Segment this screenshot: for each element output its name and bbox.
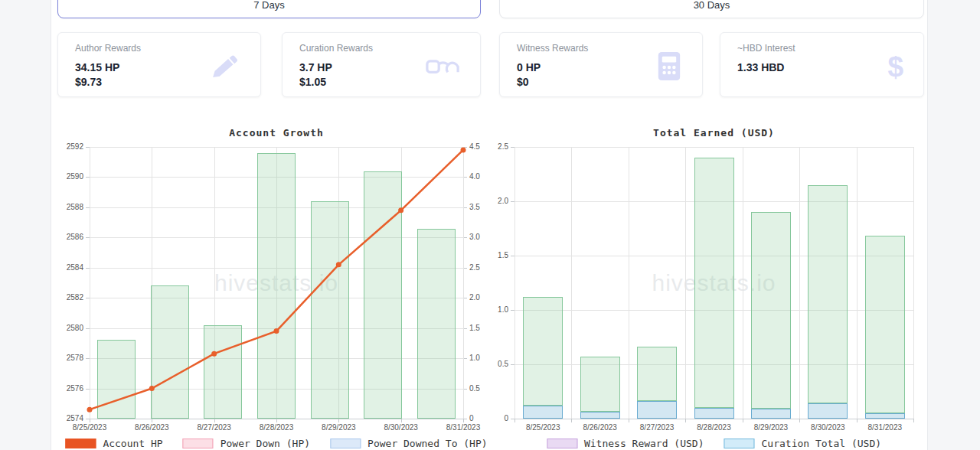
card-label: ~HBD Interest bbox=[737, 43, 906, 54]
grid-line-v bbox=[629, 147, 629, 419]
x-axis-date-label: 8/30/2023 bbox=[811, 423, 845, 432]
y-axis-tick-label: 2580 bbox=[67, 324, 83, 332]
x-axis-date-label: 8/27/2023 bbox=[640, 423, 675, 432]
chart-title: Total Earned (USD) bbox=[653, 127, 775, 139]
y-axis-tick-label: 2578 bbox=[67, 354, 83, 362]
bar[interactable] bbox=[865, 413, 905, 419]
y2-axis-tick-label: 1.0 bbox=[469, 354, 480, 362]
bar[interactable] bbox=[694, 158, 734, 408]
legend-item[interactable]: Account HP bbox=[65, 438, 162, 449]
bar[interactable] bbox=[523, 297, 563, 406]
y-axis-tick-label: 0 bbox=[504, 415, 508, 422]
legend-item[interactable]: Curation Total (USD) bbox=[724, 438, 882, 449]
x-axis-date-label: 8/31/2023 bbox=[868, 423, 903, 432]
bar[interactable] bbox=[580, 412, 620, 419]
y-axis-tick-label: 2586 bbox=[67, 233, 83, 241]
legend-item[interactable]: Witness Reward (USD) bbox=[547, 438, 704, 449]
grid-line-v bbox=[685, 147, 686, 419]
x-axis-date-label: 8/30/2023 bbox=[384, 423, 418, 432]
legend-label: Witness Reward (USD) bbox=[584, 438, 704, 449]
author-rewards-card: Author Rewards 34.15 HP $9.73 bbox=[57, 32, 261, 97]
x-axis-date-label: 8/27/2023 bbox=[197, 423, 231, 432]
bar[interactable] bbox=[580, 357, 620, 412]
grid-line-v bbox=[463, 147, 464, 419]
grid-line-h bbox=[514, 147, 913, 148]
legend-item[interactable]: Power Downed To (HP) bbox=[330, 438, 488, 449]
bar[interactable] bbox=[523, 406, 563, 419]
x-tick-mark bbox=[276, 419, 277, 422]
bar[interactable] bbox=[808, 403, 848, 419]
witness-rewards-card: Witness Rewards 0 HP $0 bbox=[499, 32, 703, 97]
hbd-interest-card: ~HBD Interest 1.33 HBD $ bbox=[720, 32, 924, 97]
legend-item[interactable]: Power Down (HP) bbox=[183, 438, 310, 449]
legend-swatch bbox=[65, 439, 96, 448]
x-tick-mark bbox=[629, 419, 629, 422]
x-axis-date-label: 8/28/2023 bbox=[697, 423, 731, 432]
bar[interactable] bbox=[751, 409, 791, 419]
data-point-marker[interactable] bbox=[149, 386, 155, 391]
card-label: Curation Rewards bbox=[299, 43, 463, 54]
x-tick-mark bbox=[571, 419, 572, 422]
y-axis-tick-label: 1.5 bbox=[498, 252, 508, 259]
legend-label: Account HP bbox=[103, 438, 162, 449]
x-axis-date-label: 8/26/2023 bbox=[135, 423, 169, 432]
grid-line-v bbox=[743, 147, 743, 419]
y-axis-tick-label: 0.5 bbox=[498, 360, 508, 368]
legend-swatch bbox=[183, 439, 214, 448]
grid-line-h bbox=[514, 419, 913, 419]
x-tick-mark bbox=[514, 419, 515, 422]
x-tick-mark bbox=[214, 419, 215, 422]
y2-axis-tick-label: 0 bbox=[469, 415, 474, 422]
x-tick-mark bbox=[338, 419, 339, 422]
dollar-icon: $ bbox=[887, 53, 903, 80]
x-tick-mark bbox=[913, 419, 914, 422]
x-tick-mark bbox=[857, 419, 858, 422]
x-tick-mark bbox=[743, 419, 743, 422]
line-series bbox=[90, 147, 463, 419]
legend-label: Curation Total (USD) bbox=[762, 438, 882, 449]
data-point-marker[interactable] bbox=[87, 407, 93, 412]
x-tick-mark bbox=[799, 419, 800, 422]
grid-line-v bbox=[857, 147, 858, 419]
y-axis-tick-label: 2582 bbox=[67, 294, 83, 302]
y2-axis-tick-label: 3.5 bbox=[469, 204, 480, 211]
data-point-marker[interactable] bbox=[461, 147, 466, 152]
y2-axis-tick-label: 4.5 bbox=[469, 143, 480, 151]
chart-title: Account Growth bbox=[229, 127, 324, 139]
x-axis-date-label: 8/25/2023 bbox=[73, 423, 107, 432]
grid-line-v bbox=[571, 147, 572, 419]
range-7days-button[interactable]: 7 Days bbox=[57, 0, 481, 18]
y2-axis-tick-label: 0.5 bbox=[469, 385, 480, 393]
card-value-hbd: 1.33 HBD bbox=[737, 60, 906, 75]
x-tick-mark bbox=[685, 419, 686, 422]
bar[interactable] bbox=[808, 185, 848, 403]
y-axis-tick-label: 1.0 bbox=[498, 306, 508, 314]
legend-swatch bbox=[724, 439, 755, 448]
y2-axis-tick-label: 4.0 bbox=[469, 173, 480, 181]
bar[interactable] bbox=[637, 401, 677, 419]
bar[interactable] bbox=[694, 408, 734, 419]
data-point-marker[interactable] bbox=[211, 351, 217, 357]
x-axis-date-label: 8/26/2023 bbox=[583, 423, 617, 432]
bar[interactable] bbox=[751, 212, 791, 409]
grid-line-v bbox=[514, 147, 515, 419]
range-30days-button[interactable]: 30 Days bbox=[499, 0, 924, 18]
y2-axis-tick-label: 2.0 bbox=[469, 294, 480, 302]
line-path bbox=[90, 150, 463, 409]
data-point-marker[interactable] bbox=[336, 262, 341, 267]
legend-label: Power Downed To (HP) bbox=[368, 438, 488, 449]
calculator-icon bbox=[656, 51, 682, 84]
y-axis-tick-label: 2.0 bbox=[498, 197, 508, 205]
data-point-marker[interactable] bbox=[274, 328, 279, 334]
legend-label: Power Down (HP) bbox=[220, 438, 310, 449]
x-axis-date-label: 8/28/2023 bbox=[260, 423, 294, 432]
y-axis-tick-label: 2574 bbox=[67, 415, 83, 422]
y2-axis-tick-label: 3.0 bbox=[469, 233, 480, 241]
bar[interactable] bbox=[865, 236, 905, 412]
legend-swatch bbox=[547, 439, 577, 448]
y-axis-tick-label: 2588 bbox=[67, 204, 83, 211]
grid-line-v bbox=[799, 147, 800, 419]
x-tick-mark bbox=[401, 419, 402, 422]
bar[interactable] bbox=[637, 347, 677, 401]
data-point-marker[interactable] bbox=[398, 207, 403, 213]
